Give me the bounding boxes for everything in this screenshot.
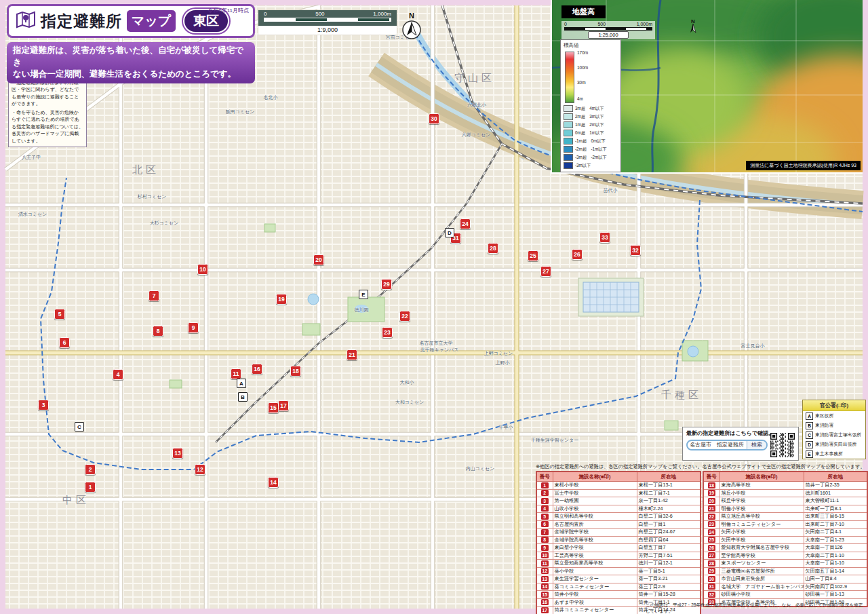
elevation-class-row: -2m超 -1m以下 [564,145,618,153]
north-arrow: N [400,11,423,45]
office-code-badge: A [806,412,813,420]
shelter-number-badge: 26 [708,545,715,551]
elevation-class-label: -3m超 -2m以下 [575,155,607,161]
shelter-number-cell: 9 [536,544,553,552]
shelter-name: 旭丘小学校 [719,489,804,497]
shelter-number-cell: 8 [536,536,553,544]
shelter-row: 22県立旭丘高等学校出来町三丁目6-15 [703,513,867,521]
shelter-row: 18東海高等学校筒井一丁目2-35 [703,482,867,490]
col-number: 番号 [703,472,719,482]
shelter-number-cell: 24 [703,529,719,537]
scalebar-bar [264,18,391,22]
scalebar-tick: 1,000m [373,11,391,17]
qr-code [770,433,795,457]
shelter-address: 筒井一丁目15-28 [637,591,701,599]
shelter-row: 28東スポーツセンター大幸南一丁目1-10 [703,560,867,568]
shelter-table-left: 番号 施設名称(■印) 所在地 1東桜小学校東桜一丁目13-12冨士中学校東桜二… [536,471,701,614]
search-input[interactable]: 名古屋市 指定避難所 [688,441,747,449]
intro-banner: 指定避難所は、災害が落ち着いた後、自宅が被災して帰宅でき ない場合一定期間、避難… [7,42,255,83]
shelter-row: 10工芸高等学校芳野二丁目7-51 [536,552,701,560]
elevation-ramp: 170m100m30m4m [564,50,618,104]
shelter-address: 砂田橋一丁目1-13 [804,591,867,599]
elevation-class-label: -3m以下 [575,163,591,169]
shelter-number-cell: 7 [536,529,553,537]
col-facility-name: 施設名称(■印) [553,472,637,482]
shelter-row: 31名城大学 ナゴヤドーム前キャンパス矢田南四丁目102-9 [703,583,867,591]
shelter-number-cell: 17 [536,607,553,614]
elevation-class-label: 1m超 2m以下 [575,122,604,128]
search-button[interactable]: 検索 [747,441,766,449]
shelter-table-right: 番号 施設名称(■印) 所在地 18東海高等学校筒井一丁目2-3519旭丘小学校… [703,471,868,607]
shelter-number-cell: 14 [536,583,553,591]
shelter-number-cell: 3 [536,497,553,505]
elevation-scalebar: 0 500 1,000m 1:25,000 [561,21,655,39]
shelter-number-badge: 27 [708,552,715,558]
elevation-class-swatch [564,162,573,169]
title-row: 指定避難所 マップ 東区 令和6年11月時点 [7,4,255,38]
elevation-class-swatch [564,146,573,153]
shelter-address: 東大曽根町11-1 [804,497,867,505]
shelter-address: 矢田南四丁目102-9 [804,583,867,591]
elevation-north-arrow: N [688,18,698,37]
office-row: E東土木事務所 [803,449,865,459]
shelter-number-badge: 20 [708,498,715,504]
shelter-address: 徳川町1601 [804,489,867,497]
office-code-badge: B [806,422,813,429]
shelter-name: 東スポーツセンター [719,560,804,568]
shelter-number-badge: 13 [541,576,549,582]
shelter-number-badge: 2 [541,490,549,496]
shelter-row: 15筒井小学校筒井一丁目15-28 [536,591,701,599]
shelter-number-cell: 6 [536,520,553,529]
shelter-row: 7金城学院中学校白壁三丁目24-67 [536,529,701,537]
col-address: 所在地 [804,472,867,482]
office-row: B東消防署 [803,421,865,430]
shelter-number-badge: 29 [708,568,715,574]
shelter-number-badge: 10 [541,552,549,558]
shelter-name: 金城学院高等学校 [553,536,637,544]
shelter-name: 葵コミュニティセンター [553,583,637,591]
shelter-number-cell: 16 [536,598,553,607]
shelter-number-cell: 18 [703,482,719,490]
shelter-number-badge: 22 [708,514,715,520]
shelter-address: 白壁三丁目24-67 [637,529,701,537]
page-title-suffix: マップ [127,10,176,32]
ramp-label: 170m [577,50,588,55]
shelter-row: 14葵コミュニティセンター葵三丁目2-9 [536,583,701,591]
shelter-name: 県立愛知商業高等学校 [553,560,637,568]
shelter-row: 4山吹小学校橦木町2-24 [536,505,701,513]
shelter-number-badge: 7 [541,529,549,535]
scalebar-tick: 500 [315,11,324,17]
shelter-name: 矢田小学校 [719,529,804,537]
shelter-number-badge: 30 [708,576,715,582]
shelter-name: 至学館高等学校 [719,552,804,560]
elevation-class-swatch [564,113,573,120]
shelter-row: 2冨士中学校東桜二丁目7-1 [536,489,701,497]
shelter-number-cell: 30 [703,575,719,583]
shelter-row: 9東白壁小学校白壁五丁目7 [536,544,701,552]
office-code-badge: D [806,441,813,448]
elevation-tick: 1,000m [637,22,652,26]
shelter-name: 第一幼稚園 [553,497,637,505]
shelter-row: 12葵小学校葵一丁目5-1 [536,567,701,575]
elevation-class-swatch [564,130,573,136]
north-arrow-icon: N [400,11,423,42]
shelter-row: 24矢田小学校矢田南二丁目4-1 [703,529,867,537]
shelter-number-badge: 17 [541,607,549,613]
elevation-class-label: 2m超 3m以下 [575,114,604,120]
shelter-row: 3第一幼稚園泉一丁目1-42 [536,497,701,505]
shelter-address: 出来町一丁目8-1 [804,505,867,513]
shelter-name: 筒井小学校 [553,591,637,599]
col-facility-name: 施設名称(■印) [719,472,804,482]
shelter-address: 矢田南二丁目4-1 [804,529,867,537]
shelter-address: 大幸南一丁目1-23 [804,536,867,544]
shelter-row: 20桜丘中学校東大曽根町11-1 [703,497,867,505]
intro-banner-line1: 指定避難所は、災害が落ち着いた後、自宅が被災して帰宅でき [13,45,249,69]
elevation-title: 地盤高 [561,5,606,18]
elevation-class-label: -1m超 0m以下 [575,138,606,145]
shelter-address: 山田一丁目8-4 [804,575,867,583]
qr-box: 最新の指定避難所はこちらで確認。 名古屋市 指定避難所 検索 [682,427,799,461]
shelter-name: 桜丘中学校 [719,497,804,505]
office-name: 東区役所 [815,412,833,419]
evacuation-map-page: 守山区北区中区千種区八王子中清水コミセン杉村コミセン大杉コミセン飯田コミセン名北… [0,0,868,614]
shelter-row: 27至学館高等学校大幸南二丁目1-10 [703,552,867,560]
